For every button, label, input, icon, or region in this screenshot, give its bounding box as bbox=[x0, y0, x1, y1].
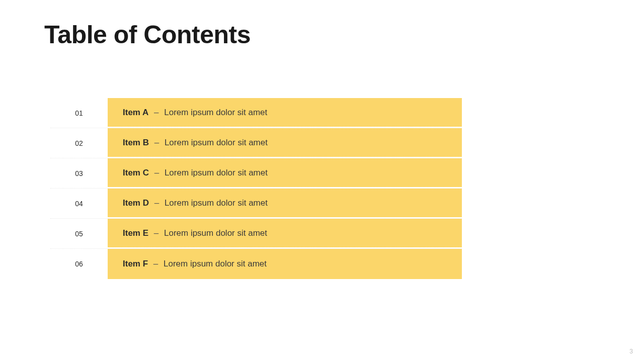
toc-row: 02 Item B – Lorem ipsum dolor sit amet bbox=[50, 128, 462, 158]
toc-item-name: Item A bbox=[123, 108, 148, 118]
toc-item-desc: Lorem ipsum dolor sit amet bbox=[165, 198, 268, 208]
table-of-contents: 01 Item A – Lorem ipsum dolor sit amet 0… bbox=[50, 98, 462, 279]
toc-row: 03 Item C – Lorem ipsum dolor sit amet bbox=[50, 158, 462, 189]
toc-separator: – bbox=[151, 259, 160, 269]
page-number: 3 bbox=[629, 348, 633, 355]
toc-item-name: Item C bbox=[123, 168, 149, 178]
toc-bar: Item F – Lorem ipsum dolor sit amet bbox=[108, 249, 462, 279]
toc-separator: – bbox=[152, 168, 162, 178]
toc-number: 04 bbox=[50, 189, 108, 218]
toc-item-name: Item E bbox=[123, 228, 148, 238]
toc-row: 06 Item F – Lorem ipsum dolor sit amet bbox=[50, 249, 462, 279]
toc-bar: Item A – Lorem ipsum dolor sit amet bbox=[108, 98, 462, 128]
toc-separator: – bbox=[152, 198, 162, 208]
toc-number: 01 bbox=[50, 98, 108, 128]
toc-item-name: Item F bbox=[123, 259, 148, 269]
toc-bar: Item C – Lorem ipsum dolor sit amet bbox=[108, 158, 462, 188]
toc-row: 04 Item D – Lorem ipsum dolor sit amet bbox=[50, 189, 462, 219]
toc-row: 05 Item E – Lorem ipsum dolor sit amet bbox=[50, 219, 462, 249]
toc-number: 03 bbox=[50, 158, 108, 188]
slide-title: Table of Contents bbox=[44, 20, 251, 49]
toc-number: 05 bbox=[50, 219, 108, 248]
toc-item-desc: Lorem ipsum dolor sit amet bbox=[165, 168, 268, 178]
toc-separator: – bbox=[152, 138, 162, 148]
toc-row: 01 Item A – Lorem ipsum dolor sit amet bbox=[50, 98, 462, 128]
toc-item-name: Item D bbox=[123, 198, 149, 208]
toc-item-desc: Lorem ipsum dolor sit amet bbox=[165, 138, 268, 148]
toc-item-desc: Lorem ipsum dolor sit amet bbox=[164, 108, 267, 118]
toc-bar: Item B – Lorem ipsum dolor sit amet bbox=[108, 128, 462, 158]
toc-item-name: Item B bbox=[123, 138, 149, 148]
toc-separator: – bbox=[151, 228, 161, 238]
toc-bar: Item E – Lorem ipsum dolor sit amet bbox=[108, 219, 462, 248]
toc-item-desc: Lorem ipsum dolor sit amet bbox=[164, 228, 267, 238]
toc-number: 06 bbox=[50, 249, 108, 279]
toc-separator: – bbox=[151, 108, 161, 118]
toc-item-desc: Lorem ipsum dolor sit amet bbox=[164, 259, 267, 269]
toc-number: 02 bbox=[50, 128, 108, 158]
toc-bar: Item D – Lorem ipsum dolor sit amet bbox=[108, 189, 462, 218]
